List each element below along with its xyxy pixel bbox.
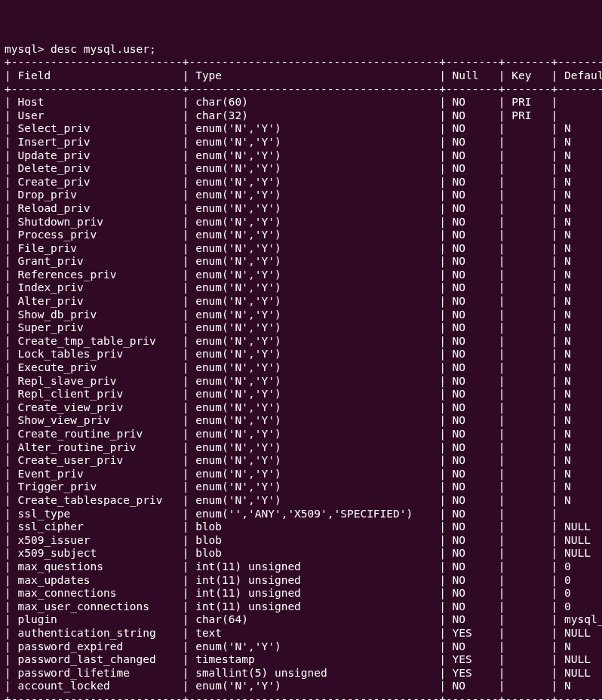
describe-table: +--------------------------+------------… bbox=[5, 56, 597, 700]
command-text: desc mysql.user; bbox=[51, 43, 156, 55]
mysql-prompt[interactable]: mysql> bbox=[5, 43, 51, 55]
